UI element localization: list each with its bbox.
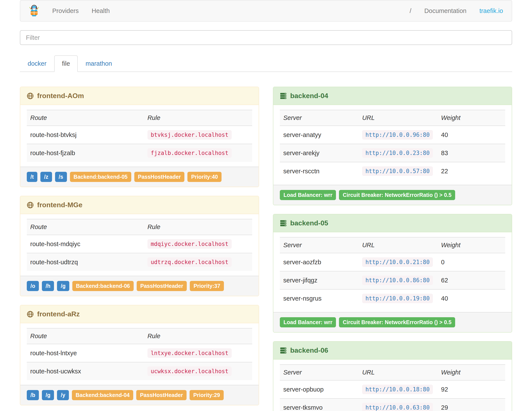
frontends-column: frontend-AOm Route Rule route-host-btvks… — [20, 87, 259, 411]
server-weight: 40 — [438, 126, 505, 144]
server-url-link[interactable]: http://10.0.0.57:80 — [362, 167, 433, 174]
provider-tabs: docker file marathon — [20, 55, 512, 72]
backend-panel-04: backend-04 Server URL Weight server-anat… — [273, 87, 512, 205]
route-name: route-host-mdqiyc — [27, 235, 144, 253]
frontend-panel-MGe: frontend-MGe Route Rule route-host-mdqiy… — [20, 196, 259, 296]
routes-table: Route Rule route-host-lntxye lntxye.dock… — [27, 328, 252, 380]
table-row: route-host-ucwksx ucwksx.docker.localhos… — [27, 362, 252, 380]
nav-link-documentation[interactable]: Documentation — [418, 7, 473, 14]
backend-panel-body: Server URL Weight server-opbuop http://1… — [273, 360, 512, 411]
server-weight: 83 — [438, 144, 505, 162]
server-icon — [280, 220, 287, 227]
rule-code: btvksj.docker.localhost — [147, 130, 232, 140]
column-rule: Rule — [144, 328, 252, 344]
routes-table: Route Rule route-host-mdqiyc mdqiyc.dock… — [27, 219, 252, 271]
page-container: Providers Health / Documentation traefik… — [20, 0, 512, 411]
load-balancer-badge: Load Balancer: wrr — [280, 317, 336, 327]
backends-column: backend-04 Server URL Weight server-anat… — [273, 87, 512, 411]
nav-link-root[interactable]: / — [403, 7, 418, 14]
navbar: Providers Health / Documentation traefik… — [20, 0, 512, 22]
rule-code: fjzalb.docker.localhost — [147, 148, 232, 158]
tab-file[interactable]: file — [54, 55, 78, 72]
frontend-panel-footer: /b /g /y Backend:backend-04 PassHostHead… — [20, 385, 259, 405]
frontend-panel-footer: /t /z /s Backend:backend-05 PassHostHead… — [20, 166, 259, 187]
server-name: server-arekjy — [280, 144, 359, 162]
backend-panel-heading: backend-04 — [273, 87, 512, 105]
frontend-title: frontend-MGe — [37, 201, 83, 209]
path-badge: /h — [42, 281, 54, 291]
column-url: URL — [359, 110, 437, 126]
server-weight: 40 — [438, 289, 505, 307]
table-header-row: Route Rule — [27, 328, 252, 344]
table-row: server-tksmvo http://10.0.0.63:80 29 — [280, 399, 505, 411]
frontend-panel-heading: frontend-AOm — [20, 87, 259, 105]
server-weight: 92 — [438, 380, 505, 399]
tab-docker[interactable]: docker — [20, 55, 54, 72]
column-server: Server — [280, 364, 359, 380]
load-balancer-badge: Load Balancer: wrr — [280, 190, 336, 200]
table-row: server-aozfzb http://10.0.0.21:80 0 — [280, 253, 505, 271]
server-url-link[interactable]: http://10.0.0.18:80 — [362, 386, 433, 393]
column-weight: Weight — [438, 237, 505, 253]
table-row: route-host-fjzalb fjzalb.docker.localhos… — [27, 144, 252, 162]
path-badge: /z — [40, 172, 52, 182]
path-badge: /b — [27, 390, 39, 400]
backend-panel-05: backend-05 Server URL Weight server-aozf… — [273, 214, 512, 333]
priority-badge: Priority:40 — [187, 172, 221, 182]
traefik-logo[interactable] — [22, 5, 46, 17]
route-name: route-host-udtrzq — [27, 253, 144, 271]
table-header-row: Server URL Weight — [280, 110, 505, 126]
backend-badge: Backend:backend-04 — [72, 390, 133, 400]
traefik-mascot-icon — [28, 5, 40, 17]
filter-bar — [20, 30, 512, 45]
server-url-link[interactable]: http://10.0.0.21:80 — [362, 258, 433, 265]
filter-input[interactable] — [20, 30, 512, 45]
passhostheader-badge: PassHostHeader — [137, 281, 187, 291]
server-weight: 29 — [438, 399, 505, 411]
globe-icon — [27, 92, 34, 99]
passhostheader-badge: PassHostHeader — [136, 390, 187, 400]
backend-panel-footer: Load Balancer: wrr Circuit Breaker: Netw… — [273, 185, 512, 205]
backend-panel-heading: backend-06 — [273, 342, 512, 360]
content-grid: frontend-AOm Route Rule route-host-btvks… — [20, 87, 512, 411]
server-weight: 22 — [438, 162, 505, 180]
rule-code: mdqiyc.docker.localhost — [147, 239, 232, 249]
table-row: route-host-udtrzq udtrzq.docker.localhos… — [27, 253, 252, 271]
server-name: server-tksmvo — [280, 399, 359, 411]
server-name: server-jifqgz — [280, 271, 359, 289]
rule-code: ucwksx.docker.localhost — [147, 366, 232, 376]
servers-table: Server URL Weight server-opbuop http://1… — [280, 364, 505, 411]
path-badge: /g — [57, 281, 69, 291]
backend-badge: Backend:backend-05 — [70, 172, 131, 182]
nav-link-providers[interactable]: Providers — [46, 7, 85, 14]
table-row: server-arekjy http://10.0.0.23:80 83 — [280, 144, 505, 162]
table-row: route-host-lntxye lntxye.docker.localhos… — [27, 344, 252, 362]
column-url: URL — [359, 237, 437, 253]
table-row: server-nsgrus http://10.0.0.19:80 40 — [280, 289, 505, 307]
column-server: Server — [280, 237, 359, 253]
route-name: route-host-fjzalb — [27, 144, 144, 162]
passhostheader-badge: PassHostHeader — [134, 172, 185, 182]
globe-icon — [27, 311, 34, 318]
server-name: server-rscctn — [280, 162, 359, 180]
backend-badge: Backend:backend-06 — [72, 281, 134, 291]
frontend-panel-body: Route Rule route-host-lntxye lntxye.dock… — [20, 323, 259, 385]
servers-table: Server URL Weight server-anatyy http://1… — [280, 110, 505, 180]
server-url-link[interactable]: http://10.0.0.96:80 — [362, 131, 433, 138]
table-row: server-anatyy http://10.0.0.96:80 40 — [280, 126, 505, 144]
backend-title: backend-06 — [290, 346, 328, 354]
server-url-link[interactable]: http://10.0.0.86:80 — [362, 277, 433, 284]
frontend-panel-AOm: frontend-AOm Route Rule route-host-btvks… — [20, 87, 259, 187]
column-route: Route — [27, 328, 144, 344]
frontend-title: frontend-aRz — [37, 310, 80, 318]
priority-badge: Priority:29 — [190, 390, 224, 400]
route-name: route-host-ucwksx — [27, 362, 144, 380]
server-url-link[interactable]: http://10.0.0.19:80 — [362, 295, 433, 302]
server-url-link[interactable]: http://10.0.0.63:80 — [362, 404, 433, 411]
path-badge: /g — [42, 390, 54, 400]
path-badge: /y — [57, 390, 69, 400]
tab-marathon[interactable]: marathon — [78, 55, 120, 72]
server-url-link[interactable]: http://10.0.0.23:80 — [362, 149, 433, 156]
nav-link-traefik-io[interactable]: traefik.io — [473, 7, 510, 14]
nav-link-health[interactable]: Health — [85, 7, 116, 14]
